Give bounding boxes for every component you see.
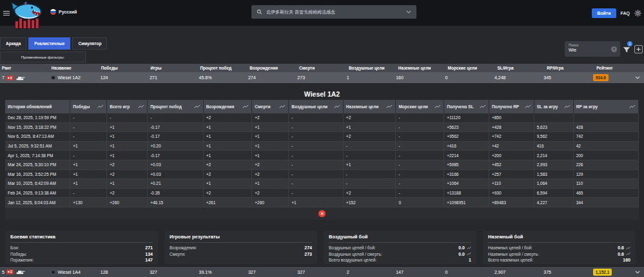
history-value: +0.03 [148,160,204,169]
history-row: Jul 5, 2025, 9:32:51 AM+1+1+0.20+1+1---+… [5,142,639,151]
history-column-header[interactable]: Всего игр [107,100,148,113]
tab-arcade[interactable]: Аркада [0,37,26,50]
history-value: +257 [489,170,534,179]
stat-value: 0 [444,72,493,83]
history-value: +5985 [444,160,489,169]
history-value: 42 [574,142,639,151]
column-header[interactable]: Процент побед [198,64,248,72]
applied-filters-bar[interactable]: Применённые фильтры: [0,52,86,62]
history-value: +2 [204,160,253,169]
language-label: Русский [59,10,77,14]
history-column-header[interactable]: Победы [70,100,107,113]
expand-row-icon[interactable] [635,271,640,274]
card-stat-row: Воздушных целей / бой:0.0 [329,245,471,251]
history-column-header[interactable]: Морские цели [396,100,444,113]
chevron-down-icon[interactable] [406,10,411,14]
clear-search-icon[interactable]: × [611,46,617,52]
language-selector[interactable]: Русский [50,9,77,15]
column-header[interactable]: Воздушные цели [347,64,396,72]
menu-icon[interactable] [3,11,10,15]
global-search[interactable]: 北伊多斯拉夫 普雷戈姆姆姆流感念 [251,5,416,19]
history-value [574,113,639,122]
stats-cards: Боевая статистикаБои:271Победы:134Пораже… [5,231,636,264]
history-value: +1 [107,179,148,188]
login-button[interactable]: Войти [592,8,616,18]
history-column-header[interactable]: Воздушные цели [289,100,344,113]
card-title: Наземный бой [488,234,630,243]
history-value: +2 [204,113,253,122]
column-header[interactable]: SL/Игра [495,64,545,72]
history-value: +1 [107,123,148,132]
faq-link[interactable]: FAQ [621,11,630,15]
table-search-field[interactable]: Поиск Wie × [565,41,620,57]
history-value: +0.21 [148,179,204,188]
table-search-value[interactable]: Wie [569,48,616,52]
column-header[interactable]: RP/Игра [545,64,594,72]
history-table: История обновленийПобедыВсего игрПроцент… [5,100,639,220]
column-header[interactable]: Ранг [0,64,50,72]
filter-icon[interactable] [623,46,630,53]
card-stat-row: Воздушных целей / смерть:0.0 [329,251,471,258]
mini-chart-icon[interactable] [626,246,630,250]
column-header[interactable]: Название [50,64,99,72]
column-header[interactable]: Игры [149,64,199,72]
site-logo-shark-icon[interactable] [10,1,43,30]
history-value: +200 [489,151,534,160]
history-column-header[interactable]: Получено SL [444,100,489,113]
stat-value: 1 [469,258,471,262]
expand-row-icon[interactable] [635,76,640,79]
history-value: 226 [574,160,639,169]
stat-value: 1 [345,72,394,83]
vehicle-name-cell[interactable]: Wiesel 1A2 [49,72,98,83]
header-label: Получено SL [447,104,474,109]
mini-chart-icon[interactable] [467,246,471,250]
header-label: История обновлений [8,104,52,109]
tab-simulator[interactable]: Симулятор [72,37,107,50]
history-column-header[interactable]: Возрождения [204,100,253,113]
history-column-header[interactable]: RP за игру [574,100,639,113]
add-column-button[interactable] [634,45,643,53]
history-value: - [344,179,396,188]
history-value: 2,993 [534,160,574,169]
column-header[interactable]: Возрождения [248,64,297,72]
history-value: +1 [289,198,344,207]
stat-label: Бои: [10,245,19,250]
history-column-header[interactable]: Наземные цели [344,100,396,113]
history-date: Nov 15, 2025, 3:18:22 PM [5,123,70,132]
mini-chart-icon[interactable] [467,252,471,256]
vehicle-row-wiesel-1a4[interactable]: 5Wiesel 1A412832739.1%327327214702,90737… [0,266,644,277]
gear-icon[interactable] [634,10,641,17]
history-value: - [148,113,204,122]
vehicle-row-wiesel-1a2[interactable]: 7Wiesel 1A212427145.8%274273116004,24834… [0,72,644,83]
mini-chart-icon[interactable] [626,252,630,256]
history-date: Mar 16, 2025, 3:52:25 PM [5,170,70,179]
card-title: Игровые результаты [170,234,312,243]
history-column-header[interactable]: Процент побед [148,100,204,113]
column-header[interactable]: Морские цели [446,64,496,72]
column-header[interactable]: Победы [99,64,149,72]
stat-label: Поражения: [10,258,34,262]
stat-value: 39.1% [197,267,246,277]
column-header[interactable]: Наземные цели [396,64,446,72]
column-header[interactable]: Рейтинг [594,64,644,72]
history-column-header[interactable]: Получено RP [489,100,534,113]
stat-value: 45.8% [197,72,246,83]
rank-cell: 5 [0,267,49,277]
history-value: - [107,113,148,122]
tab-realistic[interactable]: Реалистичные [28,37,70,50]
history-value: 5,623 [534,123,574,132]
history-column-header[interactable]: История обновлений [5,100,70,113]
history-column-header[interactable]: Смерти [252,100,289,113]
history-value: - [289,179,344,188]
history-value: - [289,142,344,151]
nation-flag-icon [6,269,14,274]
close-detail-button[interactable]: × [318,210,326,217]
history-column-header[interactable]: SL за игру [534,100,574,113]
search-input-value[interactable]: 北伊多斯拉夫 普雷戈姆姆姆流感念 [266,9,402,15]
history-value: +1 [107,151,148,160]
column-header[interactable]: Смерти [297,64,347,72]
card-stat-row: Бои:271 [10,245,153,251]
vehicle-name-cell[interactable]: Wiesel 1A4 [49,267,98,277]
history-value: +1 [107,132,148,141]
history-date: Jul 5, 2025, 9:32:51 AM [5,142,70,151]
